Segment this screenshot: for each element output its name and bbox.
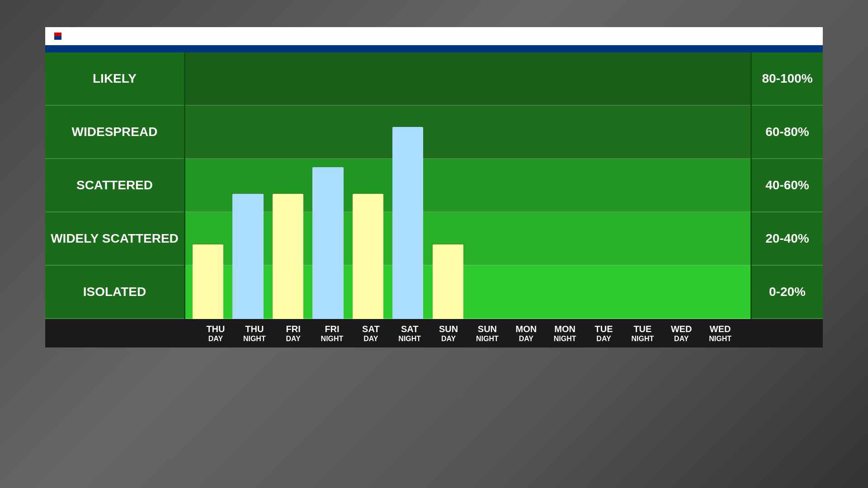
- x-label-9: MONNIGHT: [547, 324, 583, 343]
- header: [45, 27, 823, 45]
- x-label-time-8: DAY: [519, 334, 533, 343]
- x-label-day-7: SUN: [478, 324, 497, 334]
- x-label-day-0: THU: [206, 324, 225, 334]
- bar-item-7: [470, 52, 506, 319]
- x-label-time-4: DAY: [363, 334, 378, 343]
- x-label-4: SATDAY: [353, 324, 388, 343]
- x-label-day-13: WED: [710, 324, 731, 334]
- bar-item-5: [390, 52, 426, 319]
- x-label-12: WEDDAY: [664, 324, 699, 343]
- x-label-time-1: NIGHT: [243, 334, 266, 343]
- x-label-time-5: NIGHT: [398, 334, 421, 343]
- x-label-day-1: THU: [245, 324, 264, 334]
- bar-item-3: [310, 52, 346, 319]
- x-label-2: FRIDAY: [276, 324, 311, 343]
- bar-item-0: [190, 52, 226, 319]
- x-label-time-6: DAY: [441, 334, 456, 343]
- x-label-1: THUNIGHT: [237, 324, 272, 343]
- bar-item-8: [509, 52, 546, 319]
- x-label-7: SUNNIGHT: [470, 324, 505, 343]
- bar-THU-NIGHT: [232, 194, 263, 319]
- x-label-day-12: WED: [671, 324, 692, 334]
- x-label-time-10: DAY: [596, 334, 611, 343]
- x-labels-inner: THUDAYTHUNIGHTFRIDAYFRINIGHTSATDAYSATNIG…: [193, 324, 742, 343]
- x-label-0: THUDAY: [198, 324, 233, 343]
- first-alert-badge: [54, 33, 61, 40]
- x-label-time-13: NIGHT: [709, 334, 731, 343]
- bar-FRI-NIGHT: [312, 167, 343, 319]
- x-label-13: WEDNIGHT: [703, 324, 738, 343]
- x-label-10: TUEDAY: [586, 324, 622, 343]
- x-label-8: MONDAY: [509, 324, 544, 343]
- y-label-isolated: ISOLATED: [45, 266, 184, 319]
- bar-item-6: [430, 52, 466, 319]
- x-label-11: TUENIGHT: [625, 324, 660, 343]
- x-label-time-12: DAY: [674, 334, 689, 343]
- bar-item-2: [270, 52, 306, 319]
- y-label-likely: LIKELY: [45, 52, 184, 106]
- bar-item-11: [630, 52, 666, 319]
- y-label-widely-scattered: WIDELY SCATTERED: [45, 212, 184, 266]
- y-right-label-widespread: 60-80%: [752, 106, 823, 159]
- x-label-time-9: NIGHT: [554, 334, 576, 343]
- y-axis-right: 80-100%60-80%40-60%20-40%0-20%: [750, 52, 823, 319]
- bar-THU-DAY: [193, 244, 223, 319]
- main-container: LIKELYWIDESPREADSCATTEREDWIDELY SCATTERE…: [45, 27, 823, 347]
- y-axis-labels: LIKELYWIDESPREADSCATTEREDWIDELY SCATTERE…: [45, 52, 185, 319]
- x-label-time-3: NIGHT: [321, 334, 344, 343]
- bar-item-13: [709, 52, 745, 319]
- x-label-day-6: SUN: [439, 324, 458, 334]
- x-label-time-2: DAY: [286, 334, 300, 343]
- bar-item-1: [230, 52, 266, 319]
- x-label-day-3: FRI: [325, 324, 339, 334]
- x-spacer-left: [50, 324, 190, 343]
- chart-center: [185, 52, 750, 319]
- x-label-5: SATNIGHT: [392, 324, 427, 343]
- bar-FRI-DAY: [273, 194, 303, 319]
- bar-item-10: [590, 52, 626, 319]
- x-label-day-2: FRI: [286, 324, 301, 334]
- y-label-scattered: SCATTERED: [45, 159, 184, 212]
- subtitle-bar: [45, 45, 823, 52]
- badge-top-text: [54, 33, 61, 36]
- x-label-3: FRINIGHT: [315, 324, 350, 343]
- x-label-day-11: TUE: [633, 324, 651, 334]
- badge-bottom-text: [54, 36, 61, 40]
- y-right-label-likely: 80-100%: [752, 52, 823, 106]
- bars-overlay: [185, 52, 750, 319]
- y-right-label-widely-scattered: 20-40%: [752, 212, 823, 266]
- y-label-widespread: WIDESPREAD: [45, 106, 184, 159]
- x-label-day-9: MON: [554, 324, 576, 334]
- chart-wrapper: LIKELYWIDESPREADSCATTEREDWIDELY SCATTERE…: [45, 52, 823, 319]
- x-axis: THUDAYTHUNIGHTFRIDAYFRINIGHTSATDAYSATNIG…: [45, 319, 823, 347]
- x-spacer-right: [746, 324, 818, 343]
- bar-item-9: [550, 52, 586, 319]
- x-label-day-10: TUE: [595, 324, 613, 334]
- bar-SAT-DAY: [353, 194, 383, 319]
- y-right-label-scattered: 40-60%: [752, 159, 823, 212]
- x-label-time-0: DAY: [208, 334, 223, 343]
- bar-item-12: [670, 52, 706, 319]
- x-label-day-5: SAT: [401, 324, 419, 334]
- x-label-day-8: MON: [515, 324, 537, 334]
- x-label-time-7: NIGHT: [476, 334, 499, 343]
- x-label-6: SUNDAY: [431, 324, 466, 343]
- x-label-time-11: NIGHT: [631, 334, 654, 343]
- bar-SUN-DAY: [433, 244, 463, 319]
- bar-SAT-NIGHT: [392, 127, 423, 319]
- bar-item-4: [350, 52, 386, 319]
- x-label-day-4: SAT: [362, 324, 380, 334]
- y-right-label-isolated: 0-20%: [752, 266, 823, 319]
- chart-grid: [185, 52, 750, 319]
